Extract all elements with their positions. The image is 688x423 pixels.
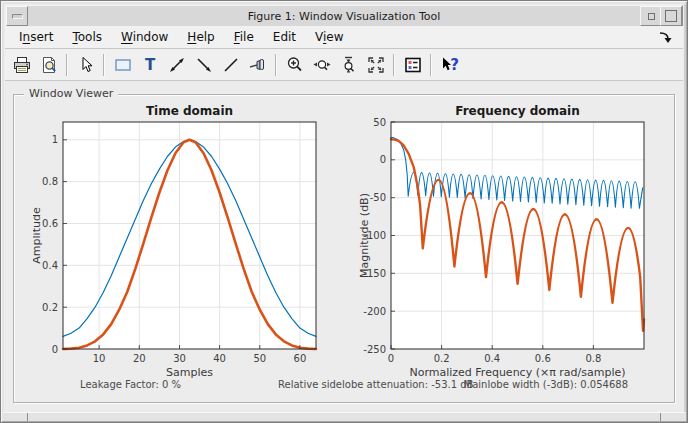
svg-text:0.8: 0.8 [42,176,58,187]
menu-edit[interactable]: Edit [267,28,302,46]
menubar: Insert Tools Window Help File Edit View [5,26,683,49]
svg-text:T: T [144,56,155,74]
full-view-icon [366,55,386,75]
svg-text:Amplitude: Amplitude [33,207,43,264]
rectangle-icon [113,55,133,75]
svg-text:30: 30 [173,353,186,364]
insert-rectangle-button[interactable] [109,51,136,78]
figure-window: Figure 1: Window Visualization Tool Inse… [0,0,688,423]
menu-window[interactable]: Window [115,28,174,46]
toolbar-separator [430,54,432,76]
pointer-icon [76,55,96,75]
svg-text:0.6: 0.6 [535,353,551,364]
svg-text:1: 1 [52,134,58,145]
restore-button[interactable] [640,6,662,26]
svg-text:10: 10 [93,353,106,364]
svg-text:0.2: 0.2 [42,302,58,313]
full-view-button[interactable] [362,51,389,78]
menu-file[interactable]: File [228,28,260,46]
insert-text-button[interactable]: T [136,51,163,78]
svg-text:-200: -200 [363,306,386,317]
svg-text:Time domain: Time domain [146,104,233,118]
edit-plot-button[interactable] [72,51,99,78]
legend-icon [403,55,423,75]
frequency-domain-plot[interactable]: 00.20.40.60.8500-50-100-150-200-250Frequ… [359,101,659,381]
toolbar: T ? [5,49,683,81]
text-icon: T [140,55,160,75]
svg-text:Frequency domain: Frequency domain [455,104,580,118]
insert-arrow-button[interactable] [190,51,217,78]
print-icon [12,55,32,75]
toolbar-separator [393,54,395,76]
figure-canvas: Window Viewer 10203040506000.20.40.60.81… [5,81,683,413]
zoom-y-icon [339,55,359,75]
svg-text:0.6: 0.6 [42,218,58,229]
zoom-y-button[interactable] [335,51,362,78]
window-resize-frame[interactable] [2,412,686,421]
svg-text:Magnitude (dB): Magnitude (dB) [359,193,371,278]
svg-text:0: 0 [52,344,58,355]
restore-icon [648,13,655,20]
maximize-button[interactable] [660,6,682,26]
window-menu-button[interactable] [6,6,28,26]
window-viewer-label: Window Viewer [24,87,118,100]
insert-legend-button[interactable] [399,51,426,78]
pin-to-axes-button[interactable] [244,51,271,78]
window-viewer-panel: Window Viewer 10203040506000.20.40.60.81… [13,94,675,403]
zoom-in-icon [285,55,305,75]
svg-text:-250: -250 [363,344,386,355]
svg-text:20: 20 [133,353,146,364]
arrow-icon [194,55,214,75]
zoom-x-button[interactable] [308,51,335,78]
whats-this-help-button[interactable]: ? [436,51,463,78]
svg-text:?: ? [450,56,459,74]
zoom-x-icon [312,55,332,75]
svg-text:0.8: 0.8 [585,353,601,364]
menu-view[interactable]: View [309,28,350,46]
print-preview-icon [39,55,59,75]
svg-text:Normalized Frequency (×π rad/: Normalized Frequency (×π rad/sample) [409,366,625,379]
menu-tools[interactable]: Tools [66,28,108,46]
time-domain-plot[interactable]: 10203040506000.20.40.60.81Time domainSam… [33,101,333,381]
sidelobe-attenuation-status: Relative sidelobe attenuation: -53.1 dB [278,379,473,390]
svg-text:60: 60 [294,353,307,364]
svg-text:50: 50 [373,117,386,128]
svg-text:0.2: 0.2 [434,353,450,364]
window-menu-icon [12,14,23,19]
pin-icon [248,55,268,75]
toolbar-separator [66,54,68,76]
whats-this-icon: ? [439,55,461,75]
svg-text:Samples: Samples [166,366,213,379]
svg-text:40: 40 [213,353,226,364]
zoom-in-button[interactable] [281,51,308,78]
print-preview-button[interactable] [35,51,62,78]
svg-text:0: 0 [380,154,386,165]
insert-line-button[interactable] [217,51,244,78]
line-icon [221,55,241,75]
menu-help[interactable]: Help [181,28,220,46]
svg-text:0: 0 [388,353,394,364]
double-arrow-icon [167,55,187,75]
dock-figure-icon[interactable] [657,29,675,45]
window-title: Figure 1: Window Visualization Tool [6,10,682,23]
svg-text:-50: -50 [370,192,386,203]
svg-text:50: 50 [253,353,266,364]
svg-text:0.4: 0.4 [42,260,58,271]
titlebar: Figure 1: Window Visualization Tool [5,5,683,27]
maximize-icon [665,10,677,22]
leakage-factor-status: Leakage Factor: 0 % [80,379,181,390]
svg-text:0.4: 0.4 [484,353,500,364]
toolbar-separator [275,54,277,76]
toolbar-separator [103,54,105,76]
print-button[interactable] [8,51,35,78]
mainlobe-width-status: Mainlobe width (-3dB): 0.054688 [464,379,628,390]
insert-double-arrow-button[interactable] [163,51,190,78]
menu-insert[interactable]: Insert [13,28,59,46]
